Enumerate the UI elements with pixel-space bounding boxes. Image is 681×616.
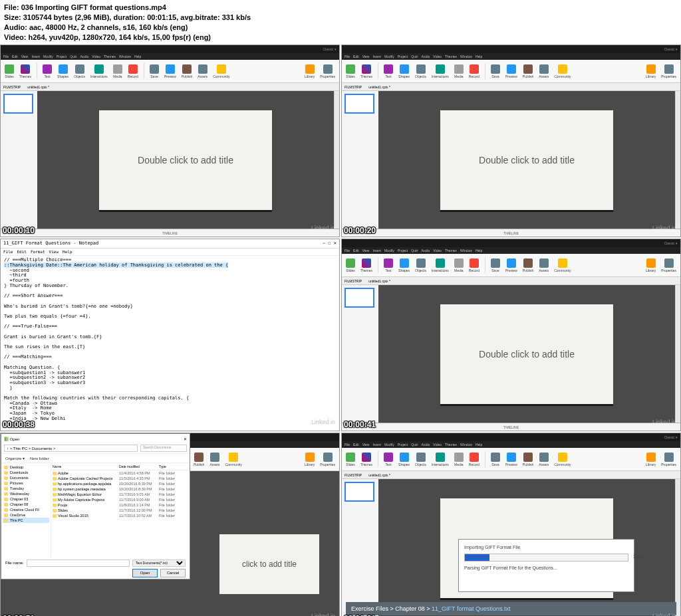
menu-video[interactable]: Video xyxy=(433,443,442,447)
tool-library[interactable]: Library xyxy=(646,453,656,466)
tool-publish[interactable]: Publish xyxy=(523,453,533,466)
tabbar[interactable]: FILMSTRIPuntitled1.cptx * xyxy=(342,277,680,285)
menu-video[interactable]: Video xyxy=(433,54,442,58)
menu-help[interactable]: Help xyxy=(476,249,482,253)
file-row[interactable]: MathMagic Equation Editor11/7/2016 9:05 … xyxy=(51,492,190,497)
menu-insert[interactable]: Insert xyxy=(31,54,40,58)
menu-modify[interactable]: Modify xyxy=(43,54,53,58)
tool-community[interactable]: Community xyxy=(554,453,571,466)
tool-properties[interactable]: Properties xyxy=(661,453,676,466)
slide-placeholder[interactable]: Double click to add title xyxy=(440,304,613,404)
sidebar-item[interactable]: Chapter 03 xyxy=(3,496,49,502)
tool-shapes[interactable]: Shapes xyxy=(398,453,410,466)
menu-video[interactable]: Video xyxy=(92,54,100,58)
menu-quiz[interactable]: Quiz xyxy=(70,54,76,58)
menu-quiz[interactable]: Quiz xyxy=(411,54,418,58)
file-list[interactable]: NameDate modifiedType Adobe11/4/2016 4:5… xyxy=(51,463,190,558)
file-row[interactable]: Slides11/7/2016 12:00 PMFile folder xyxy=(51,508,190,513)
file-row[interactable]: Adobe Captivate Cached Projects11/5/2016… xyxy=(51,476,190,481)
menu-help[interactable]: Help xyxy=(134,54,141,58)
slide-placeholder[interactable]: Double click to add title xyxy=(99,110,272,210)
tool-assets[interactable]: Assets xyxy=(539,258,549,272)
canvas[interactable]: Double click to add title xyxy=(37,91,334,229)
menu-themes[interactable]: Themes xyxy=(445,249,457,253)
menu-quiz[interactable]: Quiz xyxy=(411,249,418,253)
tool-assets[interactable]: Assets xyxy=(209,453,219,466)
canvas[interactable]: Double click to add title xyxy=(378,91,675,229)
tool-themes[interactable]: Themes xyxy=(19,64,31,78)
tool-assets[interactable]: Assets xyxy=(539,64,549,78)
np-menu-file[interactable]: File xyxy=(3,250,13,255)
filename-input[interactable] xyxy=(27,560,130,567)
menu-window[interactable]: Window xyxy=(460,443,472,447)
toolbar[interactable]: SlidesThemesTextShapesObjectsInteraction… xyxy=(1,60,339,83)
sidebar-item[interactable]: Downloads xyxy=(3,470,49,475)
menu-modify[interactable]: Modify xyxy=(384,54,394,58)
menu-quiz[interactable]: Quiz xyxy=(411,443,418,447)
tool-save[interactable]: Save xyxy=(491,453,500,466)
menu-video[interactable]: Video xyxy=(433,249,442,253)
toolbar[interactable]: SlidesThemesTextShapesObjectsInteraction… xyxy=(342,448,680,471)
np-menu-format[interactable]: Format xyxy=(31,250,45,255)
file-row[interactable]: Pooja11/8/2016 1:14 PMFile folder xyxy=(51,502,190,508)
tool-assets[interactable]: Assets xyxy=(539,453,549,466)
tool-library[interactable]: Library xyxy=(305,453,315,466)
slide-thumb[interactable] xyxy=(344,482,374,502)
tool-objects[interactable]: Objects xyxy=(74,64,85,78)
menu-audio[interactable]: Audio xyxy=(80,54,89,58)
cancel-button[interactable]: Cancel xyxy=(160,569,186,577)
tool-themes[interactable]: Themes xyxy=(360,453,372,466)
tool-objects[interactable]: Objects xyxy=(415,258,426,272)
tool-preview[interactable]: Preview xyxy=(505,258,517,272)
toolbar[interactable]: SlidesThemesTextShapesObjectsInteraction… xyxy=(342,254,680,277)
menu-project[interactable]: Project xyxy=(398,54,408,58)
tabbar[interactable]: FILMSTRIPuntitled1.cptx * xyxy=(342,83,680,91)
dialog-sidebar[interactable]: DesktopDownloadsDocumentsPicturesTuesday… xyxy=(1,463,51,558)
menu-window[interactable]: Window xyxy=(460,54,472,58)
tool-community[interactable]: Community xyxy=(213,64,229,78)
menu-help[interactable]: Help xyxy=(476,54,482,58)
menu-project[interactable]: Project xyxy=(398,249,408,253)
tool-shapes[interactable]: Shapes xyxy=(57,64,68,78)
slide-placeholder[interactable]: Double click to add title xyxy=(440,110,613,210)
tool-community[interactable]: Community xyxy=(554,64,571,78)
sidebar-item[interactable]: Chapter 08 xyxy=(3,502,49,507)
file-row[interactable]: Adobe11/4/2016 4:58 PMFile folder xyxy=(51,470,190,476)
tool-objects[interactable]: Objects xyxy=(415,64,426,78)
menu-insert[interactable]: Insert xyxy=(372,54,381,58)
menu-audio[interactable]: Audio xyxy=(422,54,430,58)
tool-community[interactable]: Community xyxy=(554,258,571,272)
menu-project[interactable]: Project xyxy=(57,54,67,58)
tool-preview[interactable]: Preview xyxy=(505,453,517,466)
menu-view[interactable]: View xyxy=(21,54,29,58)
tool-properties[interactable]: Properties xyxy=(661,258,676,272)
tool-save[interactable]: Save xyxy=(150,64,159,78)
tool-properties[interactable]: Properties xyxy=(320,453,335,466)
menu-edit[interactable]: Edit xyxy=(353,249,359,253)
filmstrip[interactable] xyxy=(1,91,37,229)
tabbar[interactable]: FILMSTRIPuntitled1.cptx * xyxy=(342,471,680,479)
filmstrip[interactable] xyxy=(342,285,378,423)
menu-file[interactable]: File xyxy=(344,443,350,447)
tool-save[interactable]: Save xyxy=(491,64,500,78)
menu-file[interactable]: File xyxy=(344,54,350,58)
tool-preview[interactable]: Preview xyxy=(505,64,517,78)
menu-file[interactable]: File xyxy=(3,54,9,58)
menu-window[interactable]: Window xyxy=(119,54,131,58)
menu-modify[interactable]: Modify xyxy=(384,249,394,253)
tool-properties[interactable]: Properties xyxy=(320,64,335,78)
open-button[interactable]: Open xyxy=(132,569,158,577)
np-menu-edit[interactable]: Edit xyxy=(17,250,26,255)
menu-insert[interactable]: Insert xyxy=(372,249,381,253)
tool-properties[interactable]: Properties xyxy=(661,64,676,78)
tool-preview[interactable]: Preview xyxy=(164,64,176,78)
tool-library[interactable]: Library xyxy=(305,64,315,78)
menubar[interactable]: FileEditViewInsertModifyProjectQuizAudio… xyxy=(342,53,680,60)
menu-project[interactable]: Project xyxy=(398,443,408,447)
file-row[interactable]: My Adobe Captivate Projects11/7/2016 9:0… xyxy=(51,497,190,502)
tool-interactions[interactable]: Interactions xyxy=(432,258,449,272)
tool-publish[interactable]: Publish xyxy=(523,258,533,272)
filmstrip[interactable] xyxy=(342,479,378,616)
breadcrumb-bar[interactable]: ↑ > This PC > Documents > xyxy=(4,445,138,452)
menu-view[interactable]: View xyxy=(362,443,370,447)
